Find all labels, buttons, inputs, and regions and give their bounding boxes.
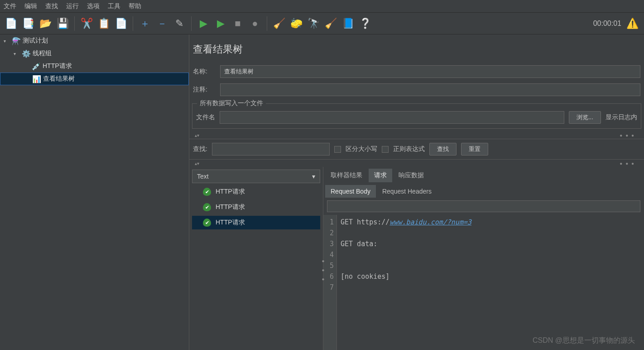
result-item[interactable]: ✔ HTTP请求	[192, 200, 320, 214]
results-list-panel: Text ▾ ✔ HTTP请求 ✔ HTTP请求 ✔ HTTP请求 ● ● ●	[189, 167, 323, 350]
function-icon[interactable]: 📘	[341, 16, 355, 31]
subtab-request-headers[interactable]: Request Headers	[377, 185, 437, 198]
gear-icon: ⚙️	[22, 49, 30, 58]
code-area: 1 2 3 4 5 6 7 GET https://www.baidu.com/…	[323, 215, 644, 350]
tree-viewresults[interactable]: 📊 查看结果树	[0, 73, 189, 85]
subtab-request-body[interactable]: Request Body	[325, 185, 376, 198]
expand-icon[interactable]: ＋	[138, 16, 152, 31]
cut-icon[interactable]: ✂️	[79, 16, 94, 31]
success-shield-icon: ✔	[203, 219, 211, 227]
details-panel: 取样器结果 请求 响应数据 Request Body Request Heade…	[323, 167, 644, 350]
tree-testplan[interactable]: ▾ ⚗️ 测试计划	[0, 34, 189, 47]
menu-edit[interactable]: 编辑	[24, 2, 37, 10]
flask-icon: ⚗️	[12, 37, 20, 45]
browse-button[interactable]: 浏览...	[569, 111, 601, 124]
renderer-dropdown[interactable]: Text ▾	[192, 170, 320, 183]
tree-label: 查看结果树	[43, 75, 75, 83]
tab-response-data[interactable]: 响应数据	[393, 169, 429, 182]
search-input[interactable]	[212, 143, 330, 156]
right-panel: 查看结果树 名称: 注释: 所有数据写入一个文件 文件名 浏览... 显示日志内…	[189, 34, 644, 350]
menu-search[interactable]: 查找	[45, 2, 58, 10]
collapse-bar[interactable]: ▴▾● ● ●	[189, 131, 644, 139]
dropdown-value: Text	[197, 173, 209, 180]
name-label: 名称:	[193, 68, 216, 76]
copy-icon[interactable]: 📋	[96, 16, 111, 31]
regex-label: 正则表达式	[393, 145, 425, 153]
watermark: CSDN @思想是一切事物的源头	[533, 336, 635, 345]
menu-tools[interactable]: 工具	[108, 2, 120, 10]
showlog-label: 显示日志内	[606, 113, 637, 122]
menubar: 文件 编辑 查找 运行 选项 工具 帮助	[0, 0, 644, 13]
search-row: 查找: 区分大小写 正则表达式 查找 重置	[189, 139, 644, 160]
warning-icon[interactable]: ⚠️	[626, 18, 639, 29]
name-input[interactable]	[220, 65, 640, 78]
filename-label: 文件名	[196, 113, 215, 122]
save-icon[interactable]: 💾	[55, 16, 70, 31]
start-notimers-icon[interactable]: ▶	[213, 16, 228, 31]
templates-icon[interactable]: 📑	[21, 16, 35, 31]
shutdown-icon[interactable]: ●	[248, 16, 262, 31]
toolbar: 📄 📑 📂 💾 ✂️ 📋 📄 ＋ － ✎ ▶ ▶ ■ ● 🧹 🧽 🔭 🧹 📘 ❔…	[0, 13, 644, 34]
timer-label: 00:00:01	[593, 19, 621, 28]
regex-checkbox[interactable]	[382, 146, 389, 153]
tab-request[interactable]: 请求	[369, 169, 392, 182]
menu-file[interactable]: 文件	[4, 2, 16, 10]
success-shield-icon: ✔	[203, 203, 211, 211]
result-item[interactable]: ✔ HTTP请求	[192, 185, 320, 199]
tree-httprequest[interactable]: 💉 HTTP请求	[0, 60, 189, 73]
success-shield-icon: ✔	[203, 188, 211, 196]
help-icon[interactable]: ❔	[358, 16, 372, 31]
tree-panel: ▾ ⚗️ 测试计划 ▾ ⚙️ 线程组 💉 HTTP请求 📊 查看结果树	[0, 34, 189, 350]
tree-threadgroup[interactable]: ▾ ⚙️ 线程组	[0, 47, 189, 60]
result-item[interactable]: ✔ HTTP请求	[192, 216, 320, 229]
new-icon[interactable]: 📄	[4, 16, 18, 31]
menu-run[interactable]: 运行	[66, 2, 79, 10]
reset-search-icon[interactable]: 🧹	[323, 16, 338, 31]
stop-icon[interactable]: ■	[231, 16, 245, 31]
write-file-group: 所有数据写入一个文件 文件名 浏览... 显示日志内	[192, 103, 641, 129]
clear-all-icon[interactable]: 🧽	[289, 16, 303, 31]
search-label: 查找:	[193, 145, 207, 153]
comment-label: 注释:	[193, 86, 216, 94]
toggle-icon[interactable]: ✎	[172, 16, 187, 31]
panel-title: 查看结果树	[189, 34, 644, 63]
clear-icon[interactable]: 🧹	[272, 16, 286, 31]
search-button[interactable]: 查找	[429, 143, 457, 156]
menu-options[interactable]: 选项	[87, 2, 100, 10]
chevron-down-icon[interactable]: ▾	[14, 51, 19, 56]
code-text[interactable]: GET https://www.baidu.com/?num=3 GET dat…	[337, 215, 644, 350]
filename-input[interactable]	[220, 111, 564, 124]
chevron-down-icon: ▾	[312, 173, 315, 180]
comment-input[interactable]	[220, 83, 640, 96]
paste-icon[interactable]: 📄	[114, 16, 128, 31]
menu-help[interactable]: 帮助	[129, 2, 141, 10]
collapse-bar-2[interactable]: ▴▾● ● ●	[189, 160, 644, 167]
result-label: HTTP请求	[216, 188, 245, 196]
tab-sampler-result[interactable]: 取样器结果	[325, 169, 368, 182]
result-label: HTTP请求	[216, 219, 245, 227]
collapse-icon[interactable]: －	[155, 16, 169, 31]
tree-label: HTTP请求	[43, 62, 72, 70]
search-icon[interactable]: 🔭	[306, 16, 321, 31]
case-checkbox[interactable]	[334, 146, 341, 153]
case-label: 区分大小写	[346, 145, 377, 153]
reset-button[interactable]: 重置	[461, 143, 488, 156]
filter-input[interactable]	[327, 200, 640, 212]
start-icon[interactable]: ▶	[196, 16, 211, 31]
chevron-down-icon[interactable]: ▾	[4, 39, 9, 44]
request-url[interactable]: www.baidu.com/?num=3	[389, 218, 471, 226]
group-label: 所有数据写入一个文件	[197, 99, 266, 107]
result-label: HTTP请求	[216, 203, 245, 211]
tree-label: 线程组	[33, 49, 52, 58]
open-icon[interactable]: 📂	[38, 16, 53, 31]
splitter-handle[interactable]: ● ● ●	[321, 258, 326, 283]
pipette-icon: 💉	[32, 62, 40, 71]
tree-label: 测试计划	[23, 37, 48, 45]
results-icon: 📊	[32, 75, 40, 83]
